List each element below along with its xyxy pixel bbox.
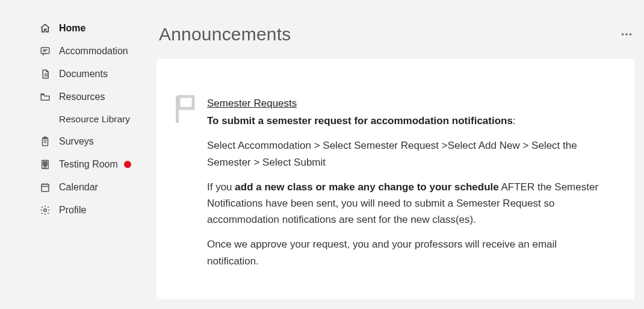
page-title: Announcements <box>159 24 291 45</box>
gear-icon <box>40 205 51 216</box>
svg-rect-12 <box>43 164 45 165</box>
sidebar-item-surveys[interactable]: Surveys <box>0 130 156 153</box>
chat-icon <box>40 46 51 57</box>
sidebar-item-label: Documents <box>59 69 108 80</box>
sidebar-subitem-resource-library[interactable]: Resource Library <box>0 108 156 130</box>
sidebar-item-label: Accommodation <box>59 46 128 57</box>
announcement-item: Semester Requests To submit a semester r… <box>172 95 610 269</box>
cond-bold: add a new class or make any change to yo… <box>235 181 498 193</box>
folder-icon <box>40 92 51 102</box>
colon: : <box>513 115 516 126</box>
flag-icon <box>172 95 207 269</box>
sidebar-item-label: Resources <box>59 92 105 102</box>
announcements-card: Semester Requests To submit a semester r… <box>156 59 634 299</box>
sidebar-item-label: Home <box>59 23 85 34</box>
more-options-button[interactable] <box>620 28 633 41</box>
notification-dot <box>124 161 131 168</box>
sidebar-item-testing-room[interactable]: Testing Room <box>0 153 156 176</box>
nav-list: Home Accommodation Documents Resources <box>0 17 156 222</box>
clipboard-icon <box>40 136 51 147</box>
document-icon <box>40 69 51 80</box>
building-icon <box>40 159 51 170</box>
main-content: Announcements Semester Requests To submi… <box>156 0 644 309</box>
svg-rect-15 <box>42 184 49 192</box>
svg-point-21 <box>625 33 628 36</box>
sidebar-item-profile[interactable]: Profile <box>0 199 156 222</box>
announcement-closing: Once we approve your request, you and yo… <box>207 236 610 269</box>
sidebar-item-home[interactable]: Home <box>0 17 156 40</box>
sidebar-item-label: Calendar <box>59 182 98 193</box>
main-header: Announcements <box>156 0 644 59</box>
announcement-steps: Select Accommodation > Select Semester R… <box>207 137 610 170</box>
svg-rect-11 <box>46 162 47 163</box>
announcement-title-link[interactable]: Semester Requests <box>207 95 297 111</box>
sidebar-item-label: Surveys <box>59 136 94 147</box>
svg-rect-13 <box>46 164 47 165</box>
svg-rect-10 <box>43 162 45 163</box>
sidebar-item-accommodation[interactable]: Accommodation <box>0 40 156 63</box>
sidebar-subitem-label: Resource Library <box>59 114 130 124</box>
announcement-condition: If you add a new class or make any chang… <box>207 179 610 228</box>
sidebar-item-calendar[interactable]: Calendar <box>0 176 156 199</box>
cond-pre: If you <box>207 181 235 193</box>
svg-rect-24 <box>179 96 193 108</box>
calendar-icon <box>40 182 51 193</box>
home-icon <box>40 23 51 34</box>
svg-point-22 <box>630 33 632 36</box>
sidebar-item-resources[interactable]: Resources <box>0 86 156 108</box>
svg-point-19 <box>44 209 47 212</box>
sidebar-item-documents[interactable]: Documents <box>0 63 156 86</box>
sidebar: Home Accommodation Documents Resources <box>0 0 156 309</box>
svg-rect-0 <box>41 48 49 54</box>
sidebar-item-label: Testing Room <box>59 159 118 170</box>
svg-rect-14 <box>45 166 46 169</box>
announcement-subtitle: To submit a semester request for accommo… <box>207 115 513 126</box>
svg-point-20 <box>622 33 624 36</box>
sidebar-item-label: Profile <box>59 205 86 216</box>
announcement-body: Semester Requests To submit a semester r… <box>207 95 610 269</box>
